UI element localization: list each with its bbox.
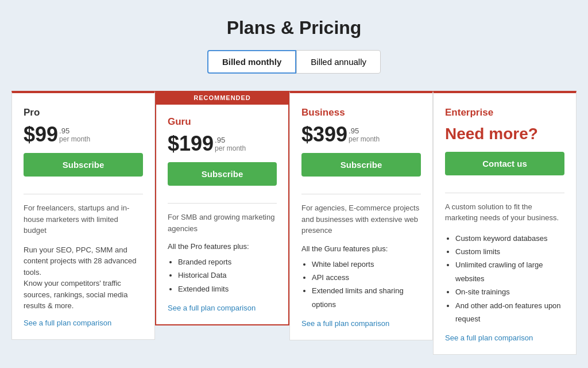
billing-toggle: Billed monthly Billed annually	[11, 50, 577, 74]
feature-enterprise-1: Custom limits	[455, 245, 564, 258]
feature-business-1: API access	[312, 271, 421, 284]
features-list-guru: Branded reports Historical Data Extended…	[168, 255, 277, 296]
plan-name-pro: Pro	[24, 107, 143, 118]
comparison-link-enterprise[interactable]: See a full plan comparison	[445, 334, 533, 342]
plan-price-guru: $199 .95 per month	[168, 133, 277, 154]
billing-monthly-btn[interactable]: Billed monthly	[207, 50, 296, 74]
feature-guru-1: Historical Data	[178, 269, 277, 282]
plan-desc-business: For agencies, E-commerce projects and bu…	[301, 202, 421, 236]
contact-btn-enterprise[interactable]: Contact us	[445, 152, 564, 175]
comparison-link-guru[interactable]: See a full plan comparison	[168, 304, 256, 312]
divider-business	[301, 194, 421, 194]
price-period-business: per month	[349, 135, 380, 143]
plan-card-pro: Pro $99 .95 per month Subscribe For free…	[11, 91, 155, 340]
feature-enterprise-2: Unlimited crawling of large websites	[455, 258, 564, 285]
feature-enterprise-3: On-site trainings	[455, 285, 564, 298]
features-list-enterprise: Custom keyword databases Custom limits U…	[445, 232, 564, 326]
features-list-business: White label reports API access Extended …	[301, 258, 421, 312]
plan-wrapper-guru: RECOMMENDED Guru $199 .95 per month Subs…	[155, 91, 289, 325]
page-title: Plans & Pricing	[11, 17, 577, 39]
feature-enterprise-0: Custom keyword databases	[455, 232, 564, 245]
divider-guru	[168, 203, 277, 204]
plan-card-business: Business $399 .95 per month Subscribe Fo…	[289, 91, 433, 340]
plan-desc-guru: For SMB and growing marketing agencies	[168, 212, 277, 234]
feature-guru-2: Extended limits	[178, 282, 277, 296]
price-cents-guru: .95	[215, 136, 246, 144]
price-cents-business: .95	[349, 126, 380, 135]
comparison-link-pro[interactable]: See a full plan comparison	[24, 319, 111, 327]
plan-desc-pro: For freelancers, startups and in-house m…	[24, 202, 143, 236]
feature-business-2: Extended limits and sharing options	[312, 284, 421, 311]
plan-extras-pro: Run your SEO, PPC, SMM and content proje…	[24, 244, 143, 312]
comparison-link-business[interactable]: See a full plan comparison	[301, 319, 389, 328]
feature-enterprise-4: And other add-on features upon request	[455, 299, 564, 326]
price-dollar-pro: $99	[24, 124, 58, 145]
feature-guru-0: Branded reports	[178, 255, 277, 269]
plan-price-pro: $99 .95 per month	[24, 124, 143, 145]
price-period-pro: per month	[59, 135, 90, 143]
plan-desc-enterprise: A custom solution to fit the marketing n…	[445, 201, 564, 224]
subscribe-btn-pro[interactable]: Subscribe	[24, 153, 143, 177]
divider-enterprise	[445, 193, 564, 193]
plans-container: Pro $99 .95 per month Subscribe For free…	[11, 91, 577, 355]
billing-annually-btn[interactable]: Billed annually	[296, 50, 381, 74]
price-cents-pro: .95	[59, 126, 90, 135]
divider-pro	[24, 194, 143, 194]
price-dollar-guru: $199	[168, 133, 214, 154]
plan-name-business: Business	[301, 107, 421, 118]
plan-card-guru: Guru $199 .95 per month Subscribe For SM…	[155, 105, 289, 325]
plan-name-enterprise: Enterprise	[445, 107, 564, 118]
price-period-guru: per month	[215, 144, 246, 152]
features-label-guru: All the Pro features plus:	[168, 242, 277, 251]
feature-business-0: White label reports	[312, 258, 421, 271]
plan-card-enterprise: Enterprise Need more? Contact us A custo…	[433, 91, 577, 355]
recommended-badge: RECOMMENDED	[155, 91, 289, 105]
features-label-business: All the Guru features plus:	[301, 244, 421, 253]
enterprise-headline: Need more?	[445, 124, 564, 144]
plan-price-business: $399 .95 per month	[301, 124, 421, 145]
price-dollar-business: $399	[301, 124, 347, 145]
subscribe-btn-business[interactable]: Subscribe	[301, 153, 421, 177]
subscribe-btn-guru[interactable]: Subscribe	[168, 162, 277, 186]
plan-name-guru: Guru	[168, 116, 277, 128]
